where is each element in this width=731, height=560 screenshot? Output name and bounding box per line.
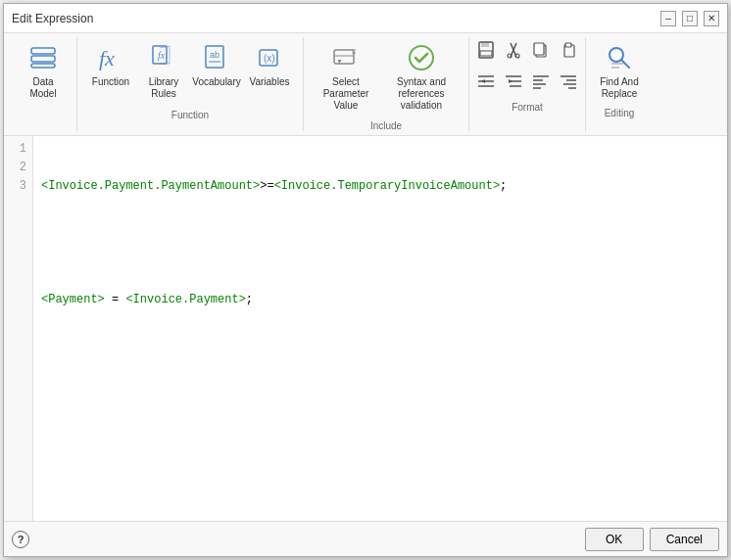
code-content[interactable]: <Invoice.Payment.PaymentAmount>>=<Invoic… — [33, 136, 727, 521]
window-title: Edit Expression — [12, 12, 93, 25]
svg-rect-25 — [565, 43, 571, 47]
syntax-validation-button[interactable]: Syntax and referencesvalidation — [382, 37, 461, 117]
select-parameter-label: Select ParameterValue — [315, 76, 377, 112]
svg-point-21 — [515, 54, 519, 58]
toolbar: DataModel fx Function — [4, 33, 727, 136]
align-left-icon — [531, 71, 551, 91]
status-bar: ? OK Cancel — [4, 521, 727, 556]
code-line-3: <Payment> = <Invoice.Payment>; — [41, 291, 719, 309]
find-replace-label: Find AndReplace — [600, 76, 638, 100]
code-editor[interactable]: 1 2 3 <Invoice.Payment.PaymentAmount>>=<… — [4, 136, 727, 521]
code-line-2 — [41, 234, 719, 253]
svg-rect-2 — [31, 64, 55, 68]
vocabulary-button[interactable]: ab Vocabulary — [191, 37, 242, 106]
toolbar-group-editing: Find AndReplace Editing — [586, 37, 653, 131]
find-replace-icon — [604, 42, 635, 73]
function-label: Function — [92, 76, 129, 88]
svg-point-20 — [508, 54, 512, 58]
paste-icon — [559, 40, 578, 60]
editing-group-label: Editing — [594, 106, 645, 118]
cut-icon — [504, 40, 523, 60]
svg-text:ab: ab — [210, 50, 219, 60]
code-line-1: <Invoice.Payment.PaymentAmount>>=<Invoic… — [41, 177, 719, 196]
library-rules-icon: fx — [148, 42, 179, 73]
edit-expression-window: Edit Expression – □ ✕ DataModel — [3, 3, 728, 557]
close-button[interactable]: ✕ — [704, 11, 719, 26]
select-parameter-icon: ▼ — [330, 42, 362, 73]
svg-rect-0 — [31, 48, 55, 54]
svg-text:▼: ▼ — [336, 58, 343, 65]
svg-rect-19 — [480, 51, 492, 56]
align-right-icon — [559, 71, 578, 91]
copy-icon — [531, 40, 551, 60]
help-button[interactable]: ? — [12, 531, 29, 548]
svg-text:fx: fx — [99, 46, 115, 70]
indent-increase-icon — [504, 71, 523, 91]
minimize-button[interactable]: – — [660, 11, 676, 26]
vocabulary-label: Vocabulary — [192, 76, 240, 88]
svg-text:(x): (x) — [264, 53, 275, 64]
data-model-label: DataModel — [29, 76, 56, 100]
editor-area: 1 2 3 <Invoice.Payment.PaymentAmount>>=<… — [4, 136, 727, 521]
vocabulary-icon: ab — [201, 42, 232, 73]
include-group-label: Include — [312, 118, 461, 131]
data-model-button[interactable]: DataModel — [18, 37, 69, 106]
svg-text:fx: fx — [158, 50, 166, 61]
variables-button[interactable]: (x) Variables — [244, 37, 295, 106]
toolbar-group-include: ▼ Select ParameterValue Syntax and refer… — [304, 37, 469, 131]
title-bar: Edit Expression – □ ✕ — [4, 4, 727, 33]
indent-decrease-button[interactable] — [473, 69, 499, 98]
window-controls: – □ ✕ — [660, 11, 719, 26]
toolbar-group-function: fx Function fx LibraryRules — [77, 37, 304, 131]
format-group-label: Format — [473, 100, 581, 113]
toolbar-group-format: Format — [469, 37, 586, 131]
svg-rect-18 — [481, 42, 489, 47]
align-right-button[interactable] — [556, 69, 581, 98]
svg-rect-23 — [534, 43, 544, 55]
indent-decrease-icon — [476, 71, 496, 91]
align-left-button[interactable] — [528, 69, 554, 98]
status-right: OK Cancel — [585, 528, 719, 551]
library-rules-label: LibraryRules — [149, 76, 179, 100]
fx-icon: fx — [95, 42, 126, 73]
cancel-button[interactable]: Cancel — [650, 528, 719, 551]
find-replace-button[interactable]: Find AndReplace — [594, 37, 645, 106]
toolbar-group-data-model: DataModel — [10, 37, 77, 131]
ok-button[interactable]: OK — [585, 528, 644, 551]
library-rules-button[interactable]: fx LibraryRules — [138, 37, 189, 106]
save-icon — [476, 40, 496, 60]
copy-button[interactable] — [528, 37, 554, 67]
variables-icon: (x) — [254, 42, 285, 73]
variables-label: Variables — [250, 76, 290, 88]
svg-point-16 — [410, 46, 433, 70]
status-left: ? — [12, 531, 29, 548]
paste-button[interactable] — [556, 37, 581, 67]
line-numbers: 1 2 3 — [4, 136, 33, 521]
function-group-label: Function — [85, 108, 295, 120]
svg-rect-1 — [31, 56, 55, 62]
syntax-check-icon — [406, 42, 437, 73]
syntax-validation-label: Syntax and referencesvalidation — [385, 76, 458, 112]
cut-button[interactable] — [501, 37, 526, 67]
maximize-button[interactable]: □ — [682, 11, 698, 26]
select-parameter-button[interactable]: ▼ Select ParameterValue — [312, 37, 380, 117]
indent-increase-button[interactable] — [501, 69, 526, 98]
function-button[interactable]: fx Function — [85, 37, 136, 106]
save-button[interactable] — [473, 37, 499, 67]
data-model-icon — [27, 42, 59, 73]
